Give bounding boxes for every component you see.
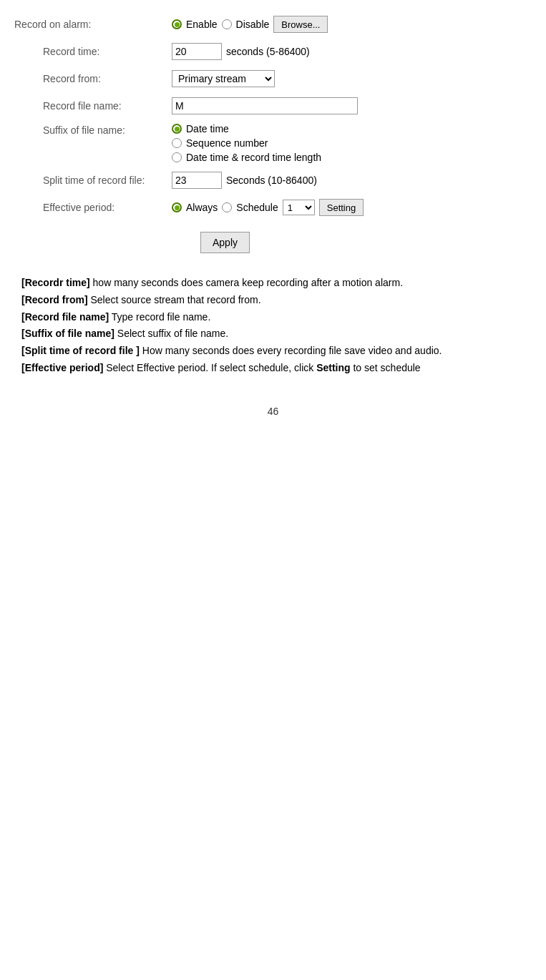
desc-effective-period-text: Select Effective period. If select sched… xyxy=(103,362,316,373)
suffix-sequence-row: Sequence number xyxy=(172,137,321,149)
always-label: Always xyxy=(186,202,218,213)
always-radio-icon[interactable] xyxy=(172,202,182,212)
record-from-controls: Primary stream Secondary stream xyxy=(172,70,275,87)
desc-split-time-text: How many seconds does every recording fi… xyxy=(140,345,442,356)
suffix-radio-group: Date time Sequence number Date time & re… xyxy=(172,123,321,163)
split-time-input[interactable] xyxy=(172,172,222,189)
desc-record-time-bold: [Recordr time] xyxy=(21,277,90,288)
record-file-name-label: Record file name: xyxy=(14,100,172,112)
description-section: [Recordr time] how many seconds does cam… xyxy=(14,275,532,377)
record-from-label: Record from: xyxy=(14,73,172,84)
record-on-alarm-controls: Enable Disable Browse... xyxy=(172,16,328,33)
record-on-alarm-label: Record on alarm: xyxy=(14,19,172,30)
enable-label: Enable xyxy=(186,19,218,30)
record-on-alarm-row: Record on alarm: Enable Disable Browse..… xyxy=(14,14,532,34)
schedule-select[interactable]: 1 2 3 xyxy=(283,200,315,215)
desc-record-from-text: Select source stream that record from. xyxy=(88,294,261,305)
record-time-input[interactable] xyxy=(172,43,222,60)
disable-radio-icon[interactable] xyxy=(222,19,232,29)
desc-record-file-name-bold: [Record file name] xyxy=(21,311,109,323)
effective-period-label: Effective period: xyxy=(14,202,172,213)
effective-period-row: Effective period: Always Schedule 1 2 3 … xyxy=(14,197,532,217)
desc-suffix: [Suffix of file name] Select suffix of f… xyxy=(21,325,532,343)
desc-record-file-name: [Record file name] Type record file name… xyxy=(21,309,532,326)
apply-button[interactable]: Apply xyxy=(200,232,250,253)
record-time-label: Record time: xyxy=(14,46,172,57)
record-file-name-controls xyxy=(172,97,358,114)
suffix-sequence-radio[interactable] xyxy=(172,138,182,148)
apply-row: Apply xyxy=(14,232,532,253)
record-file-name-input[interactable] xyxy=(172,97,358,114)
desc-record-from: [Record from] Select source stream that … xyxy=(21,292,532,309)
schedule-label: Schedule xyxy=(236,202,278,213)
desc-record-file-name-text: Type record file name. xyxy=(109,311,210,323)
suffix-datetime-radio[interactable] xyxy=(172,124,182,134)
form-section: Record on alarm: Enable Disable Browse..… xyxy=(14,14,532,253)
suffix-datetime-length-row: Date time & record time length xyxy=(172,152,321,163)
record-file-name-row: Record file name: xyxy=(14,96,532,116)
desc-record-time-text: how many seconds does camera keep record… xyxy=(90,277,403,288)
record-time-suffix: seconds (5-86400) xyxy=(226,46,310,57)
schedule-radio-icon[interactable] xyxy=(222,202,232,212)
desc-split-time: [Split time of record file ] How many se… xyxy=(21,343,532,360)
record-from-select[interactable]: Primary stream Secondary stream xyxy=(172,70,275,87)
split-time-label: Split time of record file: xyxy=(14,175,172,186)
desc-suffix-text: Select suffix of file name. xyxy=(114,328,228,339)
suffix-sequence-label: Sequence number xyxy=(186,137,268,149)
split-time-row: Split time of record file: Seconds (10-8… xyxy=(14,170,532,190)
split-time-controls: Seconds (10-86400) xyxy=(172,172,317,189)
suffix-row: Suffix of file name: Date time Sequence … xyxy=(14,123,532,163)
desc-suffix-bold: [Suffix of file name] xyxy=(21,328,114,339)
effective-period-controls: Always Schedule 1 2 3 Setting xyxy=(172,199,364,216)
enable-radio-icon[interactable] xyxy=(172,19,182,29)
suffix-label: Suffix of file name: xyxy=(14,123,172,136)
desc-record-time: [Recordr time] how many seconds does cam… xyxy=(21,275,532,292)
record-time-row: Record time: seconds (5-86400) xyxy=(14,41,532,62)
setting-button[interactable]: Setting xyxy=(319,199,364,216)
suffix-datetime-label: Date time xyxy=(186,123,229,134)
record-time-controls: seconds (5-86400) xyxy=(172,43,310,60)
desc-effective-period-text2: to set schedule xyxy=(351,362,421,373)
desc-split-time-bold: [Split time of record file ] xyxy=(21,345,140,356)
browse-button[interactable]: Browse... xyxy=(273,16,328,33)
desc-effective-period: [Effective period] Select Effective peri… xyxy=(21,360,532,377)
split-time-suffix: Seconds (10-86400) xyxy=(226,175,317,186)
page-number: 46 xyxy=(14,406,532,417)
desc-effective-period-setting-bold: Setting xyxy=(316,362,350,373)
suffix-datetime-length-label: Date time & record time length xyxy=(186,152,321,163)
desc-record-from-bold: [Record from] xyxy=(21,294,88,305)
suffix-datetime-row: Date time xyxy=(172,123,321,134)
suffix-datetime-length-radio[interactable] xyxy=(172,152,182,162)
disable-label: Disable xyxy=(236,19,270,30)
desc-effective-period-bold: [Effective period] xyxy=(21,362,103,373)
record-from-row: Record from: Primary stream Secondary st… xyxy=(14,69,532,89)
